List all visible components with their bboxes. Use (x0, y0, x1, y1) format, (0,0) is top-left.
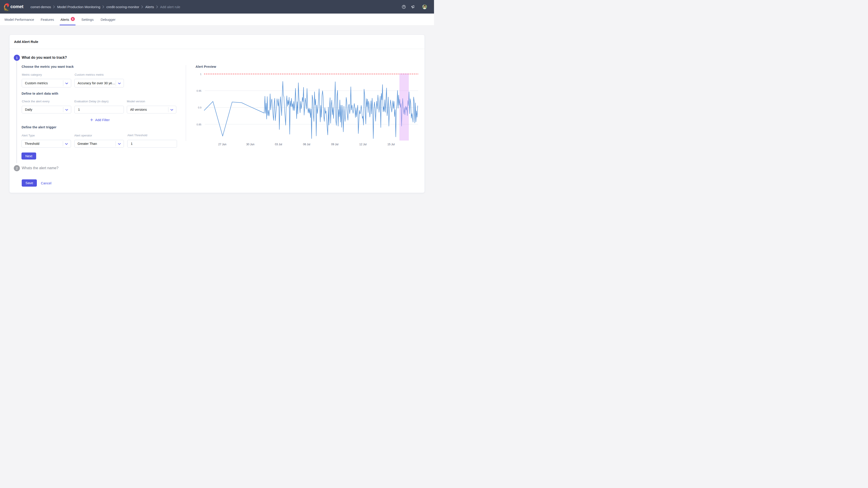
svg-text:0.9: 0.9 (198, 106, 201, 109)
svg-text:27 Jun: 27 Jun (218, 143, 226, 146)
svg-text:0.95: 0.95 (196, 90, 201, 92)
svg-text:12 Jul: 12 Jul (359, 143, 366, 146)
svg-text:0.85: 0.85 (196, 123, 201, 126)
svg-text:1: 1 (200, 73, 201, 75)
svg-text:15 Jul: 15 Jul (387, 143, 395, 146)
svg-text:09 Jul: 09 Jul (331, 143, 338, 146)
svg-text:30 Jun: 30 Jun (246, 143, 254, 146)
svg-text:06 Jul: 06 Jul (303, 143, 310, 146)
svg-text:03 Jul: 03 Jul (275, 143, 282, 146)
